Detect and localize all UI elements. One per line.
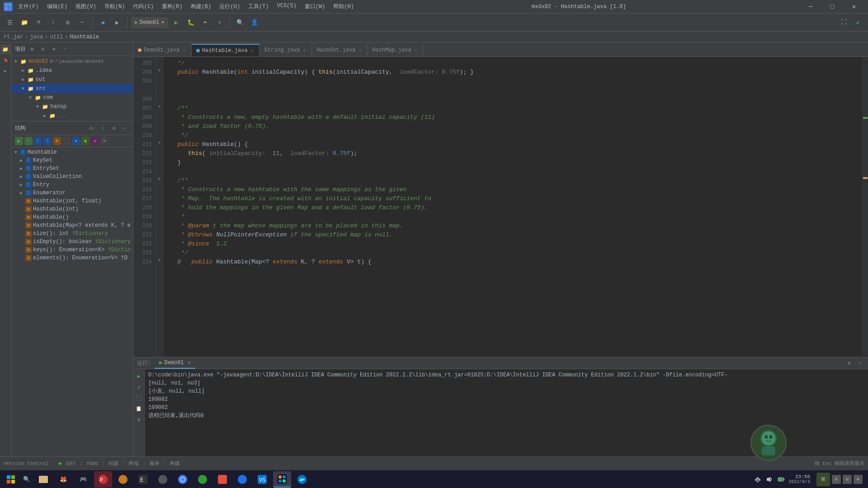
tray-icon-3[interactable]: ◎ [843, 475, 852, 484]
user-btn[interactable]: 👤 [248, 16, 261, 29]
bottom-hide-btn[interactable]: ─ [855, 359, 864, 368]
taskbar-search-button[interactable]: 🔍 [20, 473, 33, 486]
struct-btn-6[interactable]: ⬛ [62, 137, 71, 145]
struct-item-enumerator[interactable]: ▶ C Enumerator [11, 189, 133, 197]
struct-btn-1[interactable]: ▶ [15, 137, 23, 145]
struct-item-ctor3[interactable]: m Hashtable() [11, 213, 133, 221]
struct-item-elements[interactable]: m elements(): Enumeration<V> †D [11, 254, 133, 262]
taskbar-app-explorer[interactable] [34, 471, 52, 488]
close-button[interactable]: ✕ [844, 0, 864, 14]
structure-hide[interactable]: ─ [120, 124, 129, 133]
tab-close-demo01[interactable]: ✕ [182, 47, 187, 53]
taskbar-app-app6[interactable] [193, 471, 212, 488]
tab-hashset[interactable]: HashSet.java ✕ [312, 44, 368, 56]
menu-code[interactable]: 代码(C) [129, 2, 157, 11]
tab-close-hashmap[interactable]: ✕ [414, 47, 419, 53]
side-tab-settings2[interactable]: ⚙ [134, 414, 144, 424]
side-tab-stop[interactable]: ⬛ [134, 393, 144, 403]
structure-sort-alpha[interactable]: A↓ [88, 124, 97, 133]
tree-item-out[interactable]: ▶ 📁 out [11, 75, 133, 84]
taskbar-app-app7[interactable] [213, 471, 231, 488]
toolbar-menu-btn[interactable]: ☰ [4, 16, 16, 29]
toolbar-check-btn[interactable]: ✔ [852, 16, 864, 29]
code-editor[interactable]: 202 203 204 206 207 208 209 210 211 212 … [133, 57, 868, 357]
toolbar-back-btn[interactable]: ◀ [96, 16, 109, 29]
taskbar-clock[interactable]: 23:56 2022/9/3 [788, 474, 810, 484]
toolbar-btn2[interactable]: ≡ [33, 16, 45, 29]
struct-item-ctor1[interactable]: m Hashtable(int, float) [11, 197, 133, 205]
toolbar-fullscreen-btn[interactable]: ⛶ [837, 16, 850, 29]
bottom-settings-btn[interactable]: ⚙ [844, 359, 854, 368]
run-configuration[interactable]: ▶ Demo01 ▾ [131, 17, 168, 28]
struct-btn-3[interactable]: C [34, 137, 42, 145]
taskbar-app-app3[interactable]: P [94, 471, 112, 488]
taskbar-app-steam[interactable]: 🎮 [74, 471, 92, 488]
project-hide-btn[interactable]: ─ [60, 45, 69, 54]
menu-refactor[interactable]: 重构(R) [158, 2, 186, 11]
taskbar-app-idea[interactable] [273, 471, 291, 488]
side-tab-run-down[interactable]: ▶ [134, 371, 144, 381]
tab-close-hashtable[interactable]: ✕ [250, 48, 255, 54]
taskbar-app-app4[interactable] [114, 471, 132, 488]
struct-item-entry[interactable]: ▶ C Entry [11, 181, 133, 189]
bottom-tab-close[interactable]: ✕ [188, 359, 191, 366]
run-btn[interactable]: ▶ [170, 16, 183, 29]
struct-item-size[interactable]: m size(): int †Dictionary [11, 230, 133, 238]
problems-tab[interactable]: 问题 [108, 460, 118, 467]
struct-btn-8[interactable]: ◆ [81, 137, 90, 145]
tree-item-sub[interactable]: ▶ 📁 ... [11, 111, 133, 120]
taskbar-start-button[interactable] [2, 473, 20, 486]
toolbar-btn3[interactable]: ↕ [47, 16, 60, 29]
side-tab-bookmarks[interactable]: 🔖 [0, 55, 10, 65]
fold-211[interactable]: ▼ [156, 138, 163, 147]
taskbar-app-vscode[interactable]: VS [253, 471, 271, 488]
fold-202[interactable] [156, 57, 163, 66]
side-tab-project[interactable]: 📁 [0, 44, 10, 54]
breadcrumb-part-4[interactable]: Hashtable [70, 34, 99, 40]
struct-btn-7[interactable]: ● [72, 137, 80, 145]
project-collapse-btn[interactable]: ⊟ [38, 45, 47, 54]
menu-build[interactable]: 构建(B) [187, 2, 215, 11]
menu-vcs[interactable]: VCS(S) [273, 2, 300, 11]
structure-sort-type[interactable]: ↕ [99, 124, 108, 133]
tree-item-idea[interactable]: ▶ 📁 .idea [11, 66, 133, 75]
taskbar-app-chrome[interactable] [174, 471, 192, 488]
run-status-tab[interactable]: 运行 [66, 460, 75, 467]
menu-window[interactable]: 窗口(W) [301, 2, 329, 11]
tab-hashtable[interactable]: Hashtable.java ✕ [192, 44, 259, 56]
fold-224[interactable]: ▼ [156, 256, 163, 265]
menu-view[interactable]: 视图(V) [72, 2, 100, 11]
struct-item-keys[interactable]: m keys(): Enumeration<K> †Dictio [11, 246, 133, 254]
version-control-tab[interactable]: Version Control [4, 461, 48, 466]
struct-item-entryset[interactable]: ▶ C EntrySet [11, 164, 133, 173]
struct-btn-4[interactable]: i [43, 137, 52, 145]
coverage-btn[interactable]: ☂ [199, 16, 212, 29]
menu-nav[interactable]: 导航(N) [101, 2, 129, 11]
tab-close-string[interactable]: ✕ [302, 47, 307, 53]
right-gutter[interactable] [862, 57, 868, 357]
menu-tools[interactable]: 工具(T) [245, 2, 273, 11]
menu-run[interactable]: 运行(U) [216, 2, 244, 11]
taskbar-app-edge[interactable] [293, 471, 311, 488]
struct-item-valuecoll[interactable]: ▶ C ValueCollection [11, 173, 133, 181]
structure-settings[interactable]: ⚙ [109, 124, 118, 133]
tray-network[interactable] [753, 475, 762, 484]
struct-item-hashtable[interactable]: ▼ C Hashtable [11, 148, 133, 156]
struct-btn-10[interactable]: » [100, 137, 108, 145]
menu-edit[interactable]: 编辑(E) [43, 2, 71, 11]
maximize-button[interactable]: □ [822, 0, 843, 14]
project-settings-btn[interactable]: ⚙ [49, 45, 58, 54]
tab-demo01[interactable]: Demo01.java ✕ [133, 44, 192, 56]
tray-icon-1[interactable]: 英 [816, 473, 830, 486]
side-tab-dump[interactable]: 📋 [134, 404, 144, 413]
fold-203[interactable]: ▼ [156, 66, 163, 75]
breadcrumb-part-3[interactable]: util [50, 34, 63, 40]
struct-item-isempty[interactable]: m isEmpty(): boolean †Dictionary [11, 238, 133, 246]
taskbar-app-app8[interactable] [233, 471, 251, 488]
code-content[interactable]: */ public Hashtable(int initialCapacity)… [163, 57, 862, 357]
toolbar-forward-btn[interactable]: ▶ [111, 16, 123, 29]
taskbar-app-epic[interactable]: E [134, 471, 152, 488]
struct-item-ctor4[interactable]: m Hashtable(Map<? extends K, ? e [11, 221, 133, 230]
struct-item-keyset[interactable]: ▶ C KeySet [11, 156, 133, 164]
tray-icon-2[interactable]: U [832, 475, 841, 484]
